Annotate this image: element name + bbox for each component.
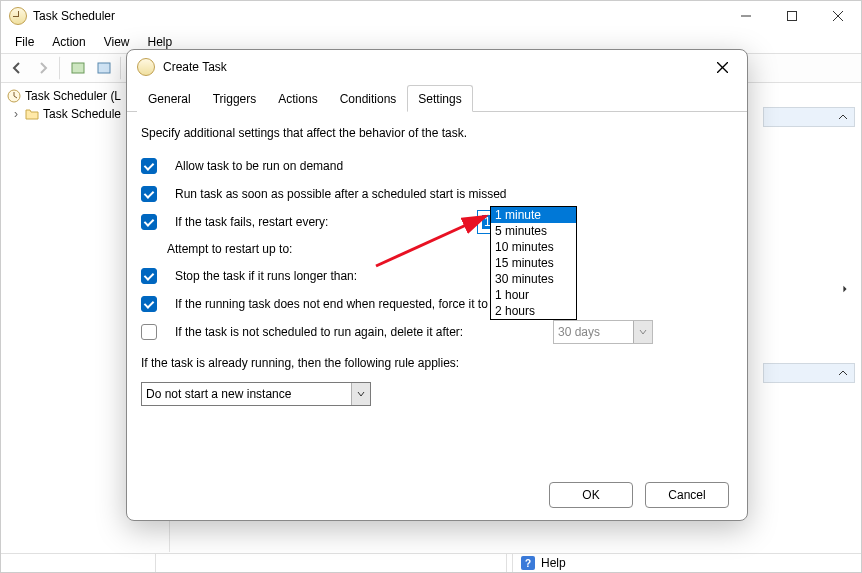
dialog-title: Create Task	[163, 60, 227, 74]
ok-button[interactable]: OK	[549, 482, 633, 508]
dropdown-option[interactable]: 15 minutes	[491, 255, 576, 271]
row-force-stop: If the running task does not end when re…	[141, 296, 733, 312]
close-button[interactable]	[815, 1, 861, 31]
cancel-button[interactable]: Cancel	[645, 482, 729, 508]
row-attempt: Attempt to restart up to:	[167, 242, 733, 256]
checkbox-run-asap[interactable]	[141, 186, 157, 202]
app-icon	[9, 7, 27, 25]
tree-child-label: Task Schedule	[43, 107, 121, 121]
menu-action[interactable]: Action	[44, 33, 93, 51]
collapse-bar-2[interactable]	[763, 363, 855, 383]
dropdown-option[interactable]: 2 hours	[491, 303, 576, 319]
tab-actions[interactable]: Actions	[267, 85, 328, 112]
expand-icon[interactable]: ›	[11, 107, 21, 121]
dropdown-option[interactable]: 5 minutes	[491, 223, 576, 239]
row-stop-if-longer: Stop the task if it runs longer than:	[141, 268, 733, 284]
label-rule: If the task is already running, then the…	[141, 356, 459, 370]
checkbox-stop-if-longer[interactable]	[141, 268, 157, 284]
help-label: Help	[541, 556, 566, 570]
titlebar: Task Scheduler	[1, 1, 861, 31]
dialog-titlebar: Create Task	[127, 50, 747, 84]
tab-body: Specify additional settings that affect …	[127, 112, 747, 469]
chevron-down-icon	[351, 383, 370, 405]
dialog-close-button[interactable]	[707, 52, 737, 82]
label-force-stop: If the running task does not end when re…	[175, 297, 501, 311]
dropdown-list-restart-every[interactable]: 1 minute 5 minutes 10 minutes 15 minutes…	[490, 206, 577, 320]
combo-delete-after[interactable]: 30 days	[553, 320, 653, 344]
toolbar-icon-1[interactable]	[66, 56, 90, 80]
label-attempt: Attempt to restart up to:	[167, 242, 292, 256]
tab-triggers[interactable]: Triggers	[202, 85, 268, 112]
dialog-buttons: OK Cancel	[127, 469, 747, 520]
menu-file[interactable]: File	[7, 33, 42, 51]
clock-icon	[7, 89, 21, 103]
toolbar-icon-2[interactable]	[92, 56, 116, 80]
combo-delete-value: 30 days	[558, 325, 600, 339]
combo-rule[interactable]: Do not start a new instance	[141, 382, 371, 406]
row-rule-label: If the task is already running, then the…	[141, 356, 733, 370]
back-button[interactable]	[5, 56, 29, 80]
dropdown-option[interactable]: 1 hour	[491, 287, 576, 303]
tab-settings[interactable]: Settings	[407, 85, 472, 112]
label-run-asap: Run task as soon as possible after a sch…	[175, 187, 507, 201]
tree-root-label: Task Scheduler (L	[25, 89, 121, 103]
scroll-right-icon[interactable]	[765, 281, 855, 297]
chevron-down-icon	[633, 321, 652, 343]
collapse-bar-1[interactable]	[763, 107, 855, 127]
statusbar: ? Help	[1, 553, 861, 572]
label-restart-every: If the task fails, restart every:	[175, 215, 328, 229]
row-rule-combo: Do not start a new instance	[141, 382, 733, 406]
tab-strip: General Triggers Actions Conditions Sett…	[127, 84, 747, 112]
maximize-button[interactable]	[769, 1, 815, 31]
checkbox-allow-on-demand[interactable]	[141, 158, 157, 174]
dialog-icon	[137, 58, 155, 76]
settings-description: Specify additional settings that affect …	[141, 126, 733, 140]
checkbox-delete-after[interactable]	[141, 324, 157, 340]
help-cell[interactable]: ? Help	[512, 554, 861, 572]
label-allow-on-demand: Allow task to be run on demand	[175, 159, 343, 173]
forward-button[interactable]	[31, 56, 55, 80]
window-title: Task Scheduler	[33, 9, 115, 23]
row-allow-on-demand: Allow task to be run on demand	[141, 158, 733, 174]
folder-icon	[25, 107, 39, 121]
row-run-asap: Run task as soon as possible after a sch…	[141, 186, 733, 202]
dropdown-option[interactable]: 1 minute	[491, 207, 576, 223]
window-buttons	[723, 1, 861, 31]
svg-rect-4	[72, 63, 84, 73]
separator	[59, 56, 62, 80]
checkbox-restart-every[interactable]	[141, 214, 157, 230]
create-task-dialog: Create Task General Triggers Actions Con…	[126, 49, 748, 521]
label-delete-after: If the task is not scheduled to run agai…	[175, 325, 463, 339]
checkbox-force-stop[interactable]	[141, 296, 157, 312]
svg-rect-1	[788, 12, 797, 21]
tab-general[interactable]: General	[137, 85, 202, 112]
row-restart-every: If the task fails, restart every: 1 minu…	[141, 214, 733, 230]
help-icon: ?	[521, 556, 535, 570]
label-stop-if-longer: Stop the task if it runs longer than:	[175, 269, 357, 283]
tab-conditions[interactable]: Conditions	[329, 85, 408, 112]
combo-rule-value: Do not start a new instance	[146, 387, 291, 401]
row-delete-after: If the task is not scheduled to run agai…	[141, 324, 733, 340]
dropdown-option[interactable]: 10 minutes	[491, 239, 576, 255]
separator	[120, 56, 123, 80]
dropdown-option[interactable]: 30 minutes	[491, 271, 576, 287]
minimize-button[interactable]	[723, 1, 769, 31]
svg-rect-5	[98, 63, 110, 73]
